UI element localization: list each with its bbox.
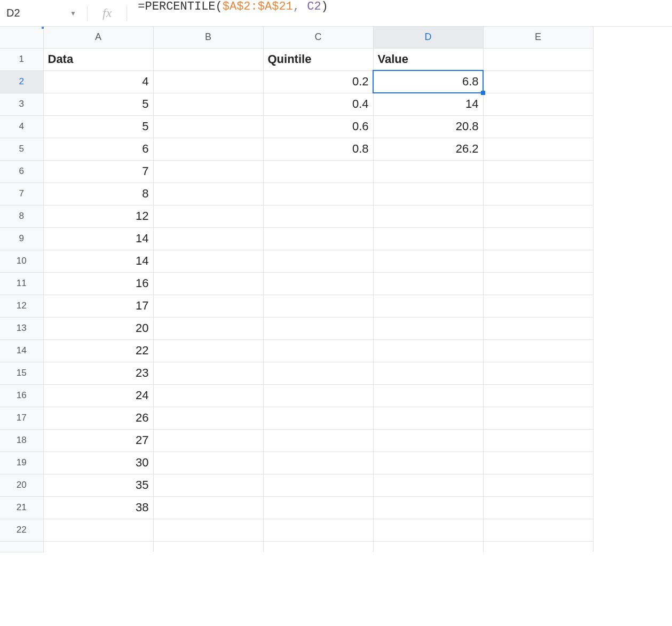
cell-E8[interactable] [483, 205, 593, 227]
cell-A9[interactable]: 14 [43, 227, 153, 250]
row-header-1[interactable]: 1 [0, 48, 43, 70]
name-box[interactable]: D2 ▼ [0, 0, 83, 26]
row-header-17[interactable]: 17 [0, 407, 43, 429]
cell-A16[interactable]: 24 [43, 384, 153, 407]
cell-C14[interactable] [263, 339, 373, 362]
cell-E4[interactable] [483, 115, 593, 138]
cell-D19[interactable] [373, 451, 483, 474]
row-header-14[interactable]: 14 [0, 339, 43, 362]
cell-E17[interactable] [483, 407, 593, 429]
cell-D11[interactable] [373, 272, 483, 295]
cell-B8[interactable] [153, 205, 263, 227]
cell-C4[interactable]: 0.6 [263, 115, 373, 138]
cell-C13[interactable] [263, 317, 373, 339]
row-header-5[interactable]: 5 [0, 138, 43, 160]
cell-A5[interactable]: 6 [43, 138, 153, 160]
cell-E1[interactable] [483, 48, 593, 70]
cell-C3[interactable]: 0.4 [263, 93, 373, 115]
cell-D7[interactable] [373, 183, 483, 205]
cell-B10[interactable] [153, 250, 263, 272]
cell-A1[interactable]: Data [43, 48, 153, 70]
cell-D1[interactable]: Value [373, 48, 483, 70]
cell-D4[interactable]: 20.8 [373, 115, 483, 138]
cell-B18[interactable] [153, 429, 263, 451]
cell-E6[interactable] [483, 160, 593, 183]
cell-E20[interactable] [483, 474, 593, 496]
cell-D23[interactable] [373, 541, 483, 552]
name-box-dropdown-icon[interactable]: ▼ [70, 10, 76, 17]
cell-C23[interactable] [263, 541, 373, 552]
cell-D8[interactable] [373, 205, 483, 227]
cell-A22[interactable] [43, 519, 153, 541]
cell-D16[interactable] [373, 384, 483, 407]
cell-D20[interactable] [373, 474, 483, 496]
row-header-15[interactable]: 15 [0, 362, 43, 384]
cell-C2[interactable]: 0.2 [263, 70, 373, 93]
row-header-10[interactable]: 10 [0, 250, 43, 272]
row-header-8[interactable]: 8 [0, 205, 43, 227]
column-header-B[interactable]: B [153, 27, 263, 48]
cell-E2[interactable] [483, 70, 593, 93]
cell-C11[interactable] [263, 272, 373, 295]
column-header-E[interactable]: E [483, 27, 593, 48]
cell-A17[interactable]: 26 [43, 407, 153, 429]
row-header-12[interactable]: 12 [0, 295, 43, 317]
cell-D18[interactable] [373, 429, 483, 451]
cell-A20[interactable]: 35 [43, 474, 153, 496]
row-header-13[interactable]: 13 [0, 317, 43, 339]
row-header-7[interactable]: 7 [0, 183, 43, 205]
row-header-3[interactable]: 3 [0, 93, 43, 115]
cell-E13[interactable] [483, 317, 593, 339]
cell-D13[interactable] [373, 317, 483, 339]
cell-B4[interactable] [153, 115, 263, 138]
cell-E21[interactable] [483, 496, 593, 519]
row-header-6[interactable]: 6 [0, 160, 43, 183]
cell-A2[interactable]: 4 [43, 70, 153, 93]
cell-E12[interactable] [483, 295, 593, 317]
cell-B22[interactable] [153, 519, 263, 541]
cell-B9[interactable] [153, 227, 263, 250]
column-header-A[interactable]: A [43, 27, 153, 48]
cell-B7[interactable] [153, 183, 263, 205]
cell-B16[interactable] [153, 384, 263, 407]
cell-D14[interactable] [373, 339, 483, 362]
cell-A8[interactable]: 12 [43, 205, 153, 227]
row-header-20[interactable]: 20 [0, 474, 43, 496]
cell-C18[interactable] [263, 429, 373, 451]
cell-C20[interactable] [263, 474, 373, 496]
cell-A3[interactable]: 5 [43, 93, 153, 115]
cell-A4[interactable]: 5 [43, 115, 153, 138]
cell-B1[interactable] [153, 48, 263, 70]
cell-B11[interactable] [153, 272, 263, 295]
column-header-C[interactable]: C [263, 27, 373, 48]
cell-C5[interactable]: 0.8 [263, 138, 373, 160]
cell-A6[interactable]: 7 [43, 160, 153, 183]
cell-A18[interactable]: 27 [43, 429, 153, 451]
cell-A13[interactable]: 20 [43, 317, 153, 339]
cell-D9[interactable] [373, 227, 483, 250]
cell-D17[interactable] [373, 407, 483, 429]
cell-D12[interactable] [373, 295, 483, 317]
cell-E10[interactable] [483, 250, 593, 272]
row-header-19[interactable]: 19 [0, 451, 43, 474]
cell-E16[interactable] [483, 384, 593, 407]
cell-C9[interactable] [263, 227, 373, 250]
row-header-4[interactable]: 4 [0, 115, 43, 138]
cell-D6[interactable] [373, 160, 483, 183]
cell-B5[interactable] [153, 138, 263, 160]
row-header-11[interactable]: 11 [0, 272, 43, 295]
cell-A7[interactable]: 8 [43, 183, 153, 205]
cell-E19[interactable] [483, 451, 593, 474]
select-all-corner[interactable] [0, 27, 43, 48]
cell-C15[interactable] [263, 362, 373, 384]
cell-A11[interactable]: 16 [43, 272, 153, 295]
cell-E7[interactable] [483, 183, 593, 205]
row-header-22[interactable]: 22 [0, 519, 43, 541]
cell-B19[interactable] [153, 451, 263, 474]
cell-A14[interactable]: 22 [43, 339, 153, 362]
cell-B15[interactable] [153, 362, 263, 384]
cell-E5[interactable] [483, 138, 593, 160]
cell-B20[interactable] [153, 474, 263, 496]
cell-C6[interactable] [263, 160, 373, 183]
cell-C17[interactable] [263, 407, 373, 429]
